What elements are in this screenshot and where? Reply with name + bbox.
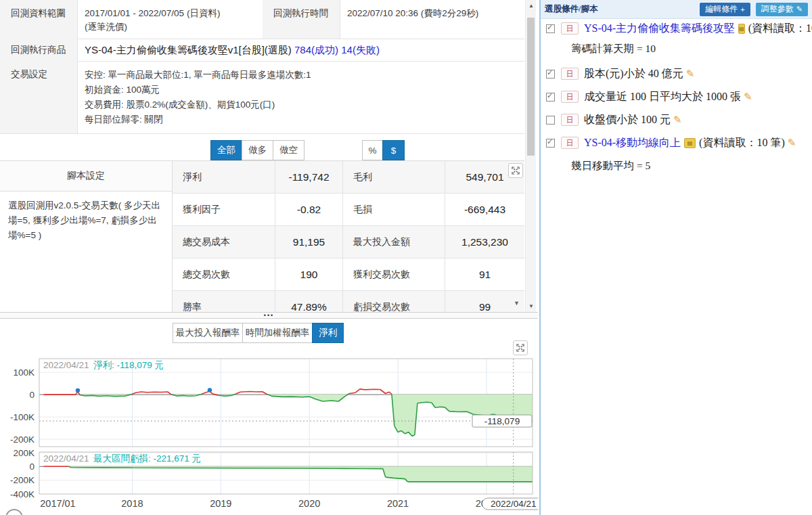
expand-results-button[interactable] bbox=[508, 163, 523, 178]
chart-最大區間虧損: 200K0-200K-400K2017/01201820192020202120… bbox=[10, 448, 538, 510]
scrollbar-thumb[interactable] bbox=[527, 18, 535, 156]
results-row: 總交易次數190獲利交易次數91 bbox=[173, 259, 524, 291]
filter-panel-header: 選股條件/腳本 編輯條件 + 調整參數 ✎ bbox=[541, 0, 812, 19]
daily-badge[interactable]: 日 bbox=[561, 114, 579, 126]
metric-label: 獲利交易次數 bbox=[343, 259, 445, 290]
condition-param: 籌碼計算天期 = 10 bbox=[571, 42, 656, 56]
daily-badge[interactable]: 日 bbox=[561, 68, 579, 80]
unit-button-dollar[interactable]: $ bbox=[382, 140, 405, 160]
stock-filter-panel: 選股條件/腳本 編輯條件 + 調整參數 ✎ ✓日YS-04-主力偷偷收集籌碼後攻… bbox=[539, 0, 812, 515]
condition-item: ✓日YS-04-移動均線向上▤(資料讀取：10 筆)✎ bbox=[541, 135, 812, 151]
trade-setting-line-2: 初始資金: 100萬元 bbox=[85, 83, 519, 97]
table-scroll-down-icon[interactable]: ▼ bbox=[512, 298, 522, 309]
value-data-range: 2017/01/01 - 2022/07/05 (日資料) (逐筆洗價) bbox=[78, 0, 263, 39]
metric-value: 91 bbox=[445, 259, 524, 290]
value-data-range-line1: 2017/01/01 - 2022/07/05 (日資料) bbox=[85, 7, 257, 20]
scroll-up-icon[interactable]: ▲ bbox=[526, 1, 537, 11]
condition-script-link[interactable]: YS-04-主力偷偷收集籌碼後攻堅 bbox=[584, 22, 735, 36]
edit-pencil-icon[interactable]: ✎ bbox=[673, 114, 682, 126]
metric-label: 總交易成本 bbox=[173, 226, 275, 258]
metric-value: -0.82 bbox=[275, 194, 343, 225]
y-tick-label: -400K bbox=[10, 489, 35, 499]
backtest-app: 回測資料範圍 2017/01/01 - 2022/07/05 (日資料) (逐筆… bbox=[0, 0, 812, 515]
script-file-icon[interactable]: ▤ bbox=[684, 138, 696, 148]
metric-label: 虧損交易次數 bbox=[343, 291, 445, 313]
edit-pencil-icon[interactable]: ✎ bbox=[744, 91, 752, 103]
label-exec-time: 回測執行時間 bbox=[263, 0, 340, 39]
filter-button-all[interactable]: 全部 bbox=[210, 140, 242, 160]
metric-value: -119,742 bbox=[275, 161, 343, 193]
condition-item: ✓日股本(元)小於 40 億元✎ bbox=[541, 66, 812, 82]
x-tick-label: 2021 bbox=[387, 498, 409, 509]
crosshair-date-label: 2022/04/21 bbox=[491, 499, 537, 509]
trade-marker[interactable] bbox=[76, 388, 80, 393]
results-row: 淨利-119,742毛利549,701 bbox=[173, 161, 524, 194]
legend-date: 2022/04/21 bbox=[43, 360, 89, 370]
results-row: 獲利因子-0.82毛損-669,443 bbox=[173, 194, 524, 226]
trade-setting-line-3: 交易費用: 股票0.2%(成交金額)、期貨100元(口) bbox=[85, 97, 519, 112]
edit-pencil-icon[interactable]: ✎ bbox=[788, 137, 796, 149]
unit-button-percent[interactable]: % bbox=[362, 140, 383, 160]
script-settings-panel: 腳本設定 選股回測用v2.0.5-交易天數( 多少天出場=5, 獲利多少出場%=… bbox=[0, 160, 173, 312]
horizontal-splitter[interactable]: ••• bbox=[0, 312, 538, 319]
daily-badge[interactable]: 日 bbox=[561, 137, 579, 149]
value-exec-time: 2022/07/10 20:36 (費時2分29秒) bbox=[340, 0, 524, 39]
chart-tab-net-profit[interactable]: 淨利 bbox=[312, 323, 344, 343]
check-icon: ✓ bbox=[547, 91, 553, 100]
left-panel-scrollbar[interactable]: ▲ ▼ bbox=[525, 0, 536, 312]
results-row: 總交易成本91,195最大投入金額1,253,230 bbox=[173, 226, 524, 259]
script-file-icon[interactable]: ▤ bbox=[738, 24, 745, 34]
info-row-range: 回測資料範圍 2017/01/01 - 2022/07/05 (日資料) (逐筆… bbox=[0, 0, 524, 39]
metric-value: -669,443 bbox=[445, 194, 524, 225]
trade-marker[interactable] bbox=[208, 388, 212, 392]
product-name: YS-04-主力偷偷收集籌碼後攻堅v1[台股](選股) bbox=[85, 44, 292, 55]
legend-value: 最大區間虧損: -221,671 元 bbox=[93, 453, 201, 464]
script-settings-body: 選股回測用v2.0.5-交易天數( 多少天出場=5, 獲利多少出場%=7, 虧損… bbox=[0, 192, 172, 250]
daily-badge[interactable]: 日 bbox=[561, 91, 579, 103]
legend-date: 2022/04/21 bbox=[43, 453, 89, 464]
metric-value: 1,253,230 bbox=[445, 226, 524, 258]
check-icon: ✓ bbox=[547, 23, 553, 32]
chart-tab-time-weighted-return[interactable]: 時間加權報酬率 bbox=[242, 323, 313, 343]
edit-pencil-icon[interactable]: ✎ bbox=[686, 68, 695, 80]
condition-checkbox[interactable]: ✓ bbox=[546, 70, 555, 79]
expand-icon bbox=[512, 166, 520, 175]
chart-tab-group: 最大投入報酬率時間加權報酬率淨利 bbox=[173, 323, 344, 343]
product-stats-link[interactable]: 784(成功) 14(失敗) bbox=[294, 44, 380, 55]
edit-conditions-button[interactable]: 編輯條件 + bbox=[700, 3, 750, 16]
splitter-grip-icon: ••• bbox=[264, 313, 274, 317]
metric-label: 毛損 bbox=[343, 194, 445, 225]
x-tick-label: 2019 bbox=[210, 498, 231, 509]
x-tick-label: 2020 bbox=[298, 498, 320, 509]
edit-conditions-label: 編輯條件 bbox=[705, 3, 738, 15]
metric-value: 190 bbox=[275, 259, 343, 290]
condition-param: 幾日移動平均 = 5 bbox=[571, 159, 650, 173]
trade-setting-line-1: 安控: 單一商品最大部位:1, 單一商品每日最多進場次數:1 bbox=[85, 68, 519, 83]
y-tick-label: 200K bbox=[13, 448, 35, 458]
chart-tab-max-invest-return[interactable]: 最大投入報酬率 bbox=[173, 323, 243, 343]
metric-label: 淨利 bbox=[173, 161, 275, 193]
daily-badge[interactable]: 日 bbox=[561, 22, 579, 35]
condition-checkbox[interactable]: ✓ bbox=[546, 93, 555, 102]
metric-label: 毛利 bbox=[343, 161, 445, 193]
scroll-down-icon[interactable]: ▼ bbox=[526, 301, 537, 311]
metric-label: 最大投入金額 bbox=[343, 226, 445, 258]
adjust-params-button[interactable]: 調整參數 ✎ bbox=[756, 3, 808, 16]
condition-checkbox[interactable]: ✓ bbox=[546, 139, 555, 148]
condition-script-link[interactable]: YS-04-移動均線向上 bbox=[584, 136, 681, 150]
check-icon: ✓ bbox=[547, 137, 553, 146]
pencil-icon: ✎ bbox=[796, 5, 803, 14]
condition-label: 收盤價小於 100 元 bbox=[584, 113, 671, 127]
condition-checkbox[interactable]: ✓ bbox=[546, 24, 555, 33]
filter-button-short[interactable]: 做空 bbox=[273, 140, 304, 160]
info-row-trade-settings: 交易設定 安控: 單一商品最大部位:1, 單一商品每日最多進場次數:1初始資金:… bbox=[0, 61, 524, 134]
value-trade-settings: 安控: 單一商品最大部位:1, 單一商品每日最多進場次數:1初始資金: 100萬… bbox=[78, 61, 524, 133]
position-filter-group: 全部做多做空 bbox=[210, 140, 304, 160]
y-tick-label: 100K bbox=[13, 367, 35, 378]
label-product: 回測執行商品 bbox=[0, 39, 78, 61]
x-tick-label: 2018 bbox=[121, 498, 143, 509]
metric-label: 勝率 bbox=[173, 291, 275, 313]
filter-button-long[interactable]: 做多 bbox=[242, 140, 273, 160]
adjust-params-label: 調整參數 bbox=[761, 3, 794, 15]
condition-checkbox[interactable] bbox=[546, 116, 555, 125]
